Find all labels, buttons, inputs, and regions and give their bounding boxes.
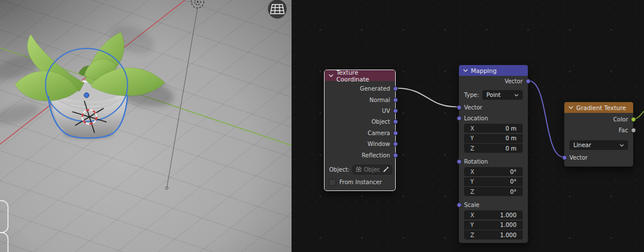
from-instancer-checkbox[interactable] [329,179,336,186]
output-row-camera: Camera [325,128,395,139]
link-mapping-to-gradient [528,81,564,157]
link-generated-to-mapping [396,88,458,107]
type-row: Type: Point [459,90,528,100]
object-label: Object: [329,166,350,173]
viewport-scene [0,0,292,252]
collapse-chevron-icon[interactable] [568,105,573,109]
input-row-scale: Scale [459,200,528,210]
socket-mapping-vector-input[interactable] [457,105,462,110]
socket-camera-output[interactable] [393,131,398,136]
node-gradient-texture[interactable]: Gradient Texture Color Fac Linear Vector [564,101,634,167]
node-mapping[interactable]: Mapping Vector Type: Point Vector Locati… [458,64,528,243]
from-instancer-label: From Instancer [339,179,382,185]
socket-normal-output[interactable] [393,97,398,103]
output-row-color: Color [564,114,633,125]
node-title: Mapping [471,67,497,74]
node-title: Gradient Texture [576,104,626,111]
rotation-values: X0° Y0° Z0° [464,167,523,196]
object-field-value: Objec [364,166,380,173]
object-origin-dot [84,93,89,98]
type-label: Type: [464,92,479,98]
node-texture-coordinate[interactable]: Texture Coordinate Generated Normal UV O… [324,70,396,191]
socket-mapping-vector-output[interactable] [526,79,531,84]
output-row-vector: Vector [459,76,528,87]
socket-object-output[interactable] [393,119,398,124]
from-instancer-row: From Instancer [325,178,395,187]
socket-scale-input[interactable] [457,202,462,208]
socket-reflection-output[interactable] [393,153,398,158]
input-row-location: Location [459,113,528,124]
socket-location-input[interactable] [457,116,462,121]
location-x-field[interactable]: X0 m [464,124,523,133]
rotation-z-field[interactable]: Z0° [464,187,523,196]
input-row-vector: Vector [459,102,528,113]
socket-rotation-input[interactable] [457,159,462,164]
node-header-mapping[interactable]: Mapping [459,65,528,76]
scale-y-field[interactable]: Y1.000 [464,221,523,230]
input-row-rotation: Rotation [459,156,528,167]
location-y-field[interactable]: Y0 m [464,134,523,143]
viewport-grid-badge[interactable] [268,0,287,19]
collapse-chevron-icon[interactable] [329,74,334,78]
socket-generated-output[interactable] [393,86,398,91]
output-row-generated: Generated [325,83,395,94]
socket-fac-output[interactable] [631,128,636,133]
object-data-icon [356,166,362,172]
scale-x-field[interactable]: X1.000 [464,210,523,220]
shader-node-editor[interactable]: Texture Coordinate Generated Normal UV O… [292,0,644,252]
socket-color-output[interactable] [631,117,636,122]
scale-values: X1.000 Y1.000 Z1.000 [464,210,523,239]
mapping-type-dropdown[interactable]: Point [482,90,523,100]
collapse-chevron-icon[interactable] [463,68,468,72]
socket-uv-output[interactable] [393,108,398,113]
rotation-x-field[interactable]: X0° [464,167,523,176]
node-header-texture-coordinate[interactable]: Texture Coordinate [325,70,395,81]
object-row: Object: Objec [325,165,395,174]
output-row-window: Window [325,139,395,149]
socket-gradient-vector-input[interactable] [562,155,567,160]
location-z-field[interactable]: Z0 m [464,144,523,153]
rotation-y-field[interactable]: Y0° [464,177,523,186]
output-row-reflection: Reflection [325,149,395,160]
location-values: X0 m Y0 m Z0 m [464,124,523,153]
scale-z-field[interactable]: Z1.000 [464,230,523,239]
output-row-uv: UV [325,105,395,116]
node-title: Texture Coordinate [337,69,391,83]
node-header-gradient-texture[interactable]: Gradient Texture [564,102,633,113]
output-row-fac: Fac [564,125,633,136]
output-row-normal: Normal [325,94,395,105]
eyedropper-icon[interactable] [383,166,389,173]
output-row-object: Object [325,116,395,127]
object-field[interactable]: Objec [352,165,392,174]
gradient-type-dropdown[interactable]: Linear [569,140,628,150]
blender-window: Texture Coordinate Generated Normal UV O… [0,0,644,252]
3d-viewport[interactable] [0,0,292,252]
socket-window-output[interactable] [393,141,398,147]
input-row-vector: Vector [564,152,633,163]
chevron-down-icon [514,94,519,97]
chevron-down-icon [620,144,624,147]
